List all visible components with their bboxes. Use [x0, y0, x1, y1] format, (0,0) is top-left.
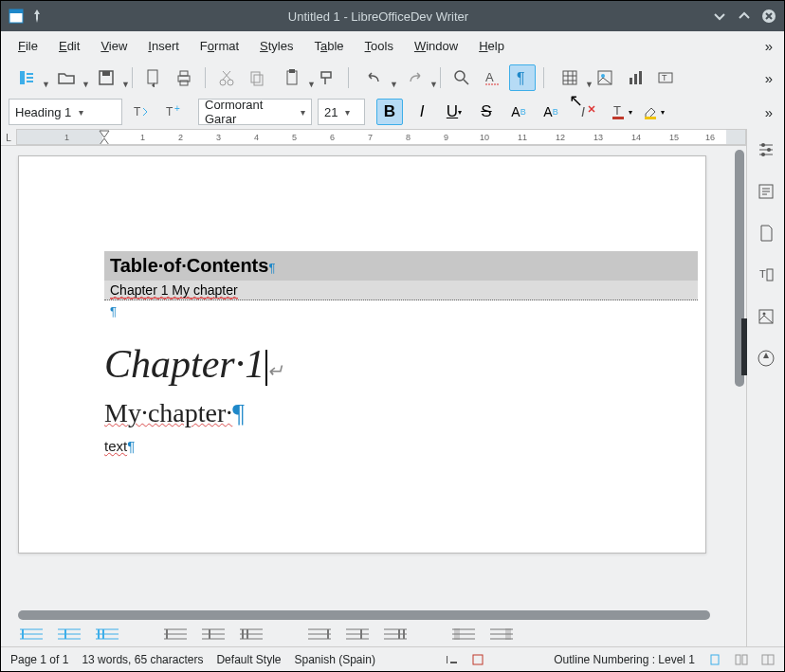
status-language[interactable]: Spanish (Spain) [295, 653, 375, 666]
open-button[interactable]: ▼ [48, 64, 84, 91]
redo-button[interactable]: ▼ [396, 64, 432, 91]
horizontal-scrollbar[interactable] [1, 608, 746, 622]
svg-rect-37 [454, 628, 460, 640]
svg-rect-9 [148, 70, 157, 83]
maximize-button[interactable] [737, 9, 752, 24]
document-page[interactable]: Table·of·Contents¶ Chapter 1 My chapter … [18, 155, 706, 554]
menu-styles[interactable]: Styles [250, 35, 302, 57]
status-style[interactable]: Default Style [216, 653, 281, 666]
insert-textbox-button[interactable]: T [652, 64, 679, 91]
format-toolbar: Heading 1▾ T T+ Cormorant Garar▾ 21▾ B I… [1, 95, 784, 129]
copy-button[interactable] [244, 64, 270, 91]
heading-2: My·chapter·¶ [104, 398, 698, 428]
tab-stop-icon-3[interactable] [94, 627, 120, 641]
spellcheck-button[interactable]: A [479, 64, 505, 91]
menu-format[interactable]: Format [191, 35, 248, 57]
highlight-button[interactable]: ▾ [640, 99, 666, 125]
update-style-button[interactable]: T [128, 99, 155, 125]
font-name-combo[interactable]: Cormorant Garar▾ [198, 99, 312, 125]
menu-overflow[interactable]: » [765, 38, 776, 54]
insert-image-button[interactable] [592, 64, 618, 91]
view-multi-icon[interactable] [735, 653, 748, 666]
compass-panel-button[interactable] [753, 345, 779, 372]
export-pdf-button[interactable] [140, 64, 167, 91]
cut-button[interactable] [213, 64, 240, 91]
print-button[interactable] [171, 64, 197, 91]
svg-rect-52 [736, 655, 740, 664]
close-button[interactable] [761, 9, 776, 24]
tab-stop-icon-10[interactable] [450, 627, 477, 641]
menu-window[interactable]: Window [405, 35, 467, 57]
svg-rect-49 [450, 662, 457, 663]
clone-formatting-button[interactable] [314, 64, 340, 91]
view-book-icon[interactable] [761, 653, 775, 666]
svg-point-19 [455, 71, 465, 81]
line-break-icon: ↵ [267, 360, 283, 381]
format-overflow[interactable]: » [761, 104, 776, 120]
svg-point-14 [228, 80, 233, 85]
styles-panel-button[interactable] [753, 178, 779, 205]
tab-stop-icon-7[interactable] [306, 627, 333, 641]
page-panel-button[interactable] [753, 220, 779, 246]
toc-title-row: Table·of·Contents¶ [104, 251, 698, 281]
underline-button[interactable]: U▾ [441, 99, 467, 125]
view-single-icon[interactable] [708, 653, 721, 666]
tab-stop-icon-8[interactable] [344, 627, 371, 641]
svg-rect-44 [767, 269, 773, 281]
toolbar-overflow[interactable]: » [761, 70, 776, 86]
minimize-button[interactable] [712, 9, 727, 24]
new-button[interactable]: ▼ [9, 64, 45, 91]
menu-insert[interactable]: Insert [138, 35, 189, 57]
gallery-panel-button[interactable]: T [753, 262, 779, 288]
pilcrow-icon: ¶ [232, 398, 245, 427]
menu-edit[interactable]: Edit [49, 35, 89, 57]
tab-stop-icon-11[interactable] [488, 627, 515, 641]
mouse-cursor: ↖ [569, 90, 583, 111]
bold-button[interactable]: B [376, 99, 403, 125]
strikethrough-button[interactable]: S [473, 99, 500, 125]
tab-stop-icon-6[interactable] [238, 627, 265, 641]
formatting-marks-button[interactable]: ¶ [509, 64, 536, 91]
status-outline[interactable]: Outline Numbering : Level 1 [554, 653, 695, 666]
indent-toolbar [1, 622, 746, 646]
tab-stop-icon-2[interactable] [56, 627, 82, 641]
status-wordcount[interactable]: 13 words, 65 characters [82, 653, 203, 666]
paste-button[interactable]: ▼ [274, 64, 310, 91]
window-title: Untitled 1 - LibreOfficeDev Writer [45, 9, 712, 24]
menu-table[interactable]: Table [304, 35, 353, 57]
properties-panel-button[interactable] [753, 136, 779, 163]
svg-text:T: T [613, 103, 621, 118]
insert-chart-button[interactable] [622, 64, 648, 91]
sidebar-handle[interactable] [741, 318, 747, 375]
tab-stop-icon-9[interactable] [382, 627, 409, 641]
status-page[interactable]: Page 1 of 1 [10, 653, 68, 666]
svg-rect-4 [27, 73, 33, 75]
vertical-scrollbar[interactable] [733, 146, 746, 608]
menu-view[interactable]: View [91, 35, 137, 57]
new-style-button[interactable]: T+ [160, 99, 187, 125]
font-size-combo[interactable]: 21▾ [318, 99, 365, 125]
tab-stop-icon-5[interactable] [200, 627, 227, 641]
italic-button[interactable]: I [409, 99, 435, 125]
insert-table-button[interactable]: ▼ [552, 64, 588, 91]
font-color-button[interactable]: T▾ [608, 99, 634, 125]
svg-point-13 [220, 80, 226, 85]
navigator-panel-button[interactable] [753, 303, 779, 330]
svg-point-41 [761, 153, 765, 156]
undo-button[interactable]: ▼ [356, 64, 392, 91]
menu-tools[interactable]: Tools [356, 35, 403, 57]
pin-icon[interactable] [29, 9, 45, 24]
subscript-button[interactable]: AB [538, 99, 564, 125]
tab-stop-icon-4[interactable] [162, 627, 189, 641]
superscript-button[interactable]: AB [505, 99, 532, 125]
toc-entry: Chapter 1 My chapter [104, 281, 698, 300]
menu-help[interactable]: Help [469, 35, 514, 57]
horizontal-ruler[interactable]: L 1 1 2 3 4 5 6 7 8 9 10 11 12 [1, 129, 746, 146]
insert-mode-icon[interactable]: I [445, 653, 458, 666]
signature-icon[interactable] [471, 653, 484, 666]
paragraph-style-combo[interactable]: Heading 1▾ [9, 99, 122, 125]
tab-stop-icon-1[interactable] [18, 627, 45, 641]
save-button[interactable]: ▼ [88, 64, 124, 91]
find-button[interactable] [448, 64, 475, 91]
menu-file[interactable]: File [9, 35, 47, 57]
